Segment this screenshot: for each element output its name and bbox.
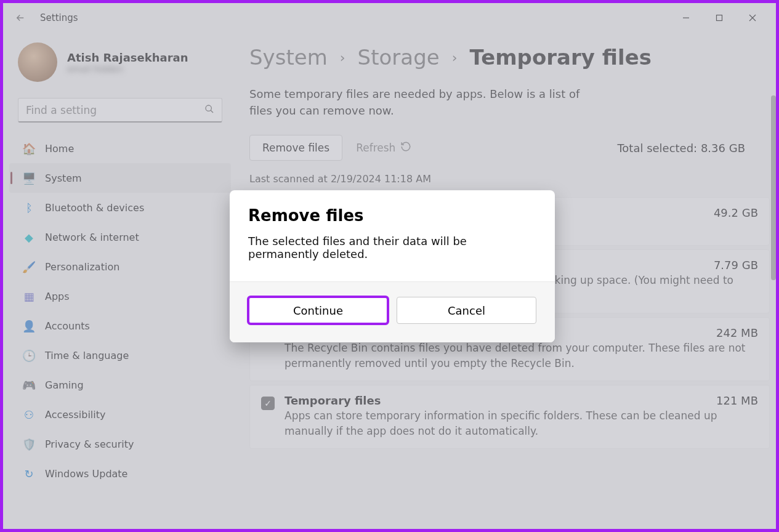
remove-files-dialog: Remove files The selected files and thei… [230,190,555,342]
dialog-message: The selected files and their data will b… [248,235,536,260]
app-window: Settings Atish Rajasekharan email hidden… [0,0,779,532]
continue-button[interactable]: Continue [248,297,388,324]
cancel-button[interactable]: Cancel [397,297,536,324]
dialog-title: Remove files [248,206,536,225]
